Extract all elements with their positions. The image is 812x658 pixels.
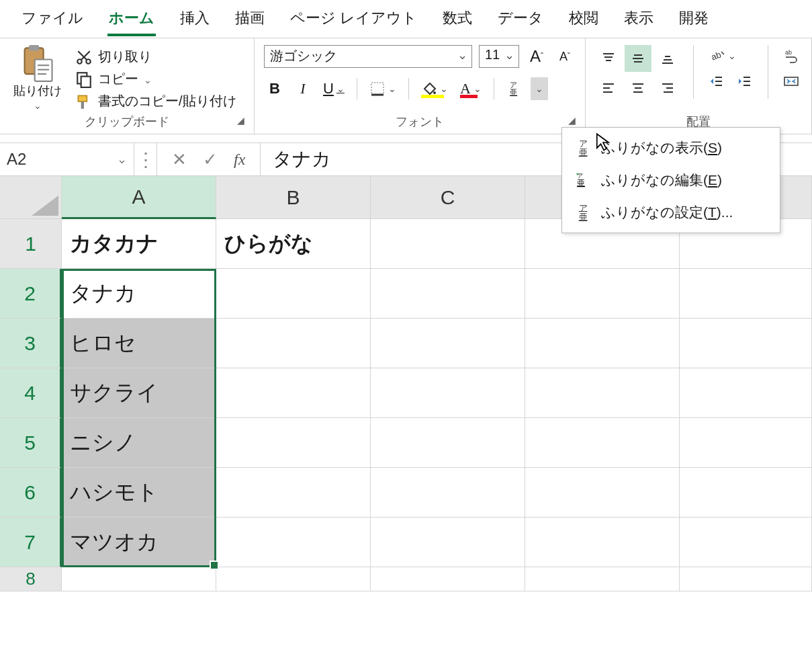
cell-B1[interactable]: ひらがな	[216, 219, 371, 269]
insert-function-button[interactable]: fx	[234, 151, 245, 169]
tab-draw[interactable]: 描画	[234, 8, 266, 36]
cancel-formula-button[interactable]: ✕	[172, 149, 187, 170]
align-middle-button[interactable]	[625, 45, 651, 72]
underline-button[interactable]: U	[320, 78, 347, 99]
bold-button[interactable]: B	[264, 78, 285, 99]
cell-E3[interactable]	[680, 319, 812, 368]
align-left-icon	[600, 80, 617, 96]
cell-B6[interactable]	[216, 468, 371, 518]
cell-C2[interactable]	[371, 269, 525, 319]
wrap-text-button[interactable]: ab	[780, 45, 802, 67]
cell-B2[interactable]	[216, 269, 371, 319]
fill-color-button[interactable]	[418, 78, 451, 99]
cell-B5[interactable]	[216, 418, 371, 468]
cell-A8[interactable]	[62, 567, 216, 591]
furigana-settings-item[interactable]: ア亜 ふりがなの設定(T)...	[562, 196, 780, 229]
cell-D3[interactable]	[525, 319, 680, 368]
furigana-button[interactable]: ア 亜	[504, 77, 524, 100]
cell-E6[interactable]	[680, 468, 812, 518]
cell-C8[interactable]	[371, 567, 525, 591]
row-header-7[interactable]: 7	[0, 518, 62, 567]
merge-center-button[interactable]	[780, 71, 802, 92]
align-center-icon	[630, 80, 646, 96]
cell-D2[interactable]	[525, 269, 680, 319]
row-header-3[interactable]: 3	[0, 319, 62, 368]
column-header-C[interactable]: C	[371, 176, 525, 219]
enter-formula-button[interactable]: ✓	[203, 149, 218, 170]
column-header-A[interactable]: A	[62, 176, 216, 219]
cell-E4[interactable]	[680, 368, 812, 418]
font-name-select[interactable]: 游ゴシック	[264, 45, 472, 68]
row-header-8[interactable]: 8	[0, 567, 62, 591]
font-size-select[interactable]: 11	[479, 45, 519, 68]
column-header-B[interactable]: B	[216, 176, 371, 219]
cell-C3[interactable]	[371, 319, 525, 368]
svg-text:ab: ab	[710, 50, 723, 63]
copy-button[interactable]: コピー ⌄	[75, 70, 236, 88]
row-header-5[interactable]: 5	[0, 418, 62, 468]
cell-C7[interactable]	[371, 518, 525, 567]
cell-D5[interactable]	[525, 418, 680, 468]
cell-C4[interactable]	[371, 368, 525, 418]
align-center-button[interactable]	[625, 75, 651, 101]
cell-E5[interactable]	[680, 418, 812, 468]
cell-D8[interactable]	[525, 567, 680, 591]
tab-view[interactable]: 表示	[623, 8, 655, 36]
increase-indent-button[interactable]	[734, 71, 756, 92]
cell-C6[interactable]	[371, 468, 525, 518]
cell-A7[interactable]: マツオカ	[62, 518, 216, 567]
tab-home[interactable]: ホーム	[107, 8, 156, 36]
row-header-4[interactable]: 4	[0, 368, 62, 418]
select-all-button[interactable]	[0, 176, 62, 219]
cell-C5[interactable]	[371, 418, 525, 468]
cell-D4[interactable]	[525, 368, 680, 418]
dialog-launcher-icon[interactable]: ◢	[568, 115, 576, 126]
alignment-grid	[595, 45, 681, 101]
cell-C1[interactable]	[371, 219, 525, 269]
increase-font-button[interactable]: Aˆ	[526, 46, 547, 67]
cut-button[interactable]: 切り取り	[75, 48, 236, 66]
tab-review[interactable]: 校閲	[568, 8, 600, 36]
cell-B7[interactable]	[216, 518, 371, 567]
name-box[interactable]: A2 ⌄	[0, 143, 134, 175]
cell-B4[interactable]	[216, 368, 371, 418]
tab-data[interactable]: データ	[496, 8, 545, 36]
cell-A6[interactable]: ハシモト	[62, 468, 216, 518]
align-bottom-button[interactable]	[654, 45, 681, 72]
tab-page-layout[interactable]: ページ レイアウト	[289, 8, 418, 36]
decrease-indent-button[interactable]	[706, 71, 727, 92]
cell-E2[interactable]	[680, 269, 812, 319]
orientation-button[interactable]: ab	[706, 45, 739, 67]
tab-file[interactable]: ファイル	[20, 8, 85, 36]
cell-B8[interactable]	[216, 567, 371, 591]
paste-button[interactable]: 貼り付け ⌄	[9, 45, 66, 111]
cell-B3[interactable]	[216, 319, 371, 368]
dialog-launcher-icon[interactable]: ◢	[237, 115, 244, 126]
furigana-show-item[interactable]: ア亜 ふりがなの表示(S)	[562, 132, 780, 164]
decrease-font-button[interactable]: Aˇ	[554, 46, 576, 67]
font-color-button[interactable]: A	[457, 78, 484, 99]
row-header-6[interactable]: 6	[0, 468, 62, 518]
format-painter-button[interactable]: 書式のコピー/貼り付け	[75, 92, 236, 110]
row-header-2[interactable]: 2	[0, 269, 62, 319]
cell-A3[interactable]: ヒロセ	[62, 319, 216, 368]
row-header-1[interactable]: 1	[0, 219, 62, 269]
borders-button[interactable]	[367, 78, 399, 99]
align-left-button[interactable]	[595, 75, 622, 101]
italic-button[interactable]: I	[292, 78, 314, 99]
align-top-button[interactable]	[595, 45, 622, 72]
cell-E7[interactable]	[680, 518, 812, 567]
furigana-dropdown-button[interactable]: ⌄	[531, 77, 548, 100]
tab-developer[interactable]: 開発	[678, 8, 710, 36]
tab-insert[interactable]: 挿入	[179, 8, 211, 36]
cell-D7[interactable]	[525, 518, 680, 567]
tab-formulas[interactable]: 数式	[441, 8, 473, 36]
cell-E8[interactable]	[680, 567, 812, 591]
cell-A5[interactable]: ニシノ	[62, 418, 216, 468]
cell-A4[interactable]: サクライ	[62, 368, 216, 418]
cell-D6[interactable]	[525, 468, 680, 518]
cell-A2[interactable]: タナカ	[62, 269, 216, 319]
furigana-edit-item[interactable]: ア亜 ふりがなの編集(E)	[562, 164, 780, 196]
cell-A1[interactable]: カタカナ	[62, 219, 216, 269]
align-right-button[interactable]	[654, 75, 681, 101]
